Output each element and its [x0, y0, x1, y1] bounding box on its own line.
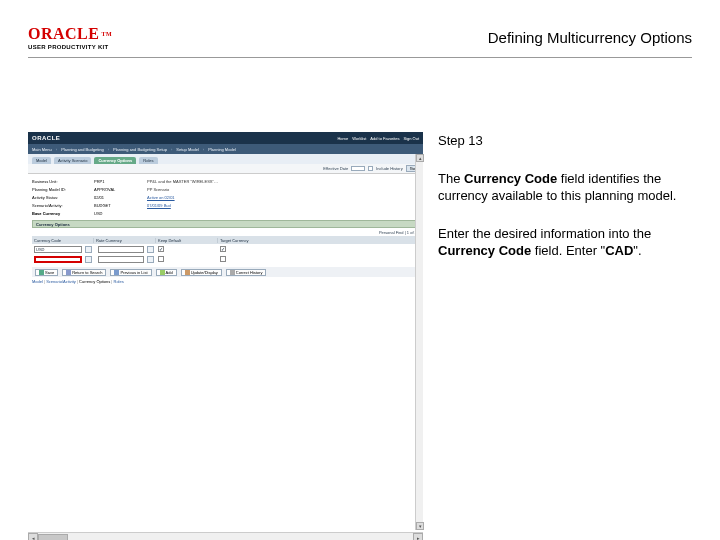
- nav-item[interactable]: Planning and Budgeting Setup: [113, 147, 167, 152]
- nav-item[interactable]: Planning and Budgeting: [61, 147, 103, 152]
- lookup-icon[interactable]: [85, 246, 92, 253]
- page-title: Defining Multicurrency Options: [488, 29, 692, 46]
- include-history-label: Include History: [376, 166, 402, 171]
- scenario-value: BUDGET: [94, 203, 139, 208]
- link-worklist[interactable]: Worklist: [352, 136, 366, 141]
- crumb-roles[interactable]: Roles: [114, 279, 124, 284]
- oracle-logo: ORACLETM: [28, 26, 112, 42]
- add-button[interactable]: Add: [156, 269, 177, 276]
- prev-icon: [114, 270, 119, 275]
- app-screenshot: ORACLE Home Worklist Add to Favorites Si…: [28, 132, 423, 540]
- scenario-link[interactable]: 07/01/09 Bud: [147, 203, 192, 208]
- scroll-up-icon[interactable]: ▴: [416, 154, 424, 162]
- tabs: Model Activity Scenario Currency Options…: [28, 154, 423, 164]
- link-home[interactable]: Home: [337, 136, 348, 141]
- instruction-panel: Step 13 The Currency Code field identifi…: [438, 132, 692, 280]
- currency-grid: Personal Find | 1 of 1 | Currency Code R…: [32, 230, 419, 264]
- upk-label: USER PRODUCTIVITY KIT: [28, 44, 112, 50]
- instruction-paragraph-1: The Currency Code field identifies the c…: [438, 170, 692, 205]
- prev-button[interactable]: Previous in List: [110, 269, 151, 276]
- lookup-icon[interactable]: [147, 246, 154, 253]
- scroll-left-icon[interactable]: ◂: [28, 533, 38, 540]
- basecur-label: Base Currency: [32, 211, 94, 216]
- col-target-currency: Target Currency: [218, 238, 419, 243]
- crumb-currency: Currency Options: [79, 279, 110, 284]
- col-currency-code: Currency Code: [32, 238, 94, 243]
- bu-desc: PP&L and the MASTER "WIRELESS"…: [147, 179, 218, 184]
- correct-button[interactable]: Correct History: [226, 269, 267, 276]
- currency-options-section: Currency Options: [32, 220, 419, 228]
- bottom-breadcrumb: Model | Scenario/Activity | Currency Opt…: [32, 279, 419, 284]
- scroll-right-icon[interactable]: ▸: [413, 533, 423, 540]
- oracle-logo-block: ORACLETM USER PRODUCTIVITY KIT: [28, 26, 112, 50]
- trademark-icon: TM: [101, 31, 112, 37]
- nav-breadcrumb: Main Menu› Planning and Budgeting› Plann…: [28, 144, 423, 154]
- instruction-paragraph-2: Enter the desired information into the C…: [438, 225, 692, 260]
- target-currency-checkbox-2[interactable]: [220, 256, 226, 262]
- link-signout[interactable]: Sign Out: [403, 136, 419, 141]
- filter-row: Effective Date Include History Go: [28, 164, 423, 174]
- tab-model[interactable]: Model: [32, 157, 51, 164]
- model-desc: PP Scenario: [147, 187, 169, 192]
- keep-default-checkbox-2[interactable]: [158, 256, 164, 262]
- scroll-down-icon[interactable]: ▾: [416, 522, 424, 530]
- correct-icon: [230, 270, 235, 275]
- target-currency-checkbox-1[interactable]: [220, 246, 226, 252]
- action-toolbar: Save Return to Search Previous in List A…: [32, 267, 419, 277]
- keep-default-checkbox-1[interactable]: [158, 246, 164, 252]
- return-button[interactable]: Return to Search: [62, 269, 106, 276]
- status-value: 02/01: [94, 195, 139, 200]
- col-keep-default: Keep Default: [156, 238, 218, 243]
- tab-roles[interactable]: Roles: [139, 157, 157, 164]
- save-button[interactable]: Save: [35, 269, 58, 276]
- link-fav[interactable]: Add to Favorites: [370, 136, 399, 141]
- scenario-label: Scenario/Activity:: [32, 203, 94, 208]
- include-history-checkbox[interactable]: [368, 166, 373, 171]
- grid-row: USD: [32, 244, 419, 254]
- col-rate-currency: Rate Currency: [94, 238, 156, 243]
- eff-date-input[interactable]: [351, 166, 365, 171]
- lookup-icon[interactable]: [147, 256, 154, 263]
- model-label: Planning Model ID:: [32, 187, 94, 192]
- page-header: ORACLETM USER PRODUCTIVITY KIT Defining …: [28, 22, 692, 58]
- rate-currency-input-2[interactable]: [98, 256, 144, 263]
- vertical-scrollbar[interactable]: ▴ ▾: [415, 154, 423, 530]
- add-icon: [160, 270, 165, 275]
- crumb-model[interactable]: Model: [32, 279, 43, 284]
- oracle-logo-text: ORACLE: [28, 26, 99, 42]
- eff-date-label: Effective Date: [323, 166, 348, 171]
- basecur-value: USD: [94, 211, 139, 216]
- status-link[interactable]: Active on 02/01: [147, 195, 192, 200]
- rate-currency-value-1[interactable]: [98, 246, 144, 253]
- grid-header: Currency Code Rate Currency Keep Default…: [32, 236, 419, 244]
- return-icon: [66, 270, 71, 275]
- scroll-thumb[interactable]: [38, 534, 68, 540]
- app-titlebar: ORACLE Home Worklist Add to Favorites Si…: [28, 132, 423, 144]
- nav-item[interactable]: Planning Model: [208, 147, 236, 152]
- bu-label: Business Unit:: [32, 179, 94, 184]
- lookup-icon[interactable]: [85, 256, 92, 263]
- app-top-links: Home Worklist Add to Favorites Sign Out: [337, 136, 419, 141]
- bu-value: PRP1: [94, 179, 139, 184]
- update-button[interactable]: Update/Display: [181, 269, 222, 276]
- nav-item[interactable]: Main Menu: [32, 147, 52, 152]
- save-icon: [39, 270, 44, 275]
- form-area: Business Unit:PRP1PP&L and the MASTER "W…: [28, 174, 423, 284]
- currency-code-value-1[interactable]: USD: [34, 246, 82, 253]
- currency-code-input-2[interactable]: [34, 256, 82, 263]
- tab-currency[interactable]: Currency Options: [94, 157, 136, 164]
- nav-item[interactable]: Setup Model: [176, 147, 198, 152]
- crumb-scenario[interactable]: Scenario/Activity: [46, 279, 76, 284]
- step-label: Step 13: [438, 132, 692, 150]
- tab-activity[interactable]: Activity Scenario: [54, 157, 92, 164]
- model-value: APPROVAL: [94, 187, 139, 192]
- horizontal-scrollbar[interactable]: ◂ ▸: [28, 532, 423, 540]
- grid-row: [32, 254, 419, 264]
- status-label: Activity Status:: [32, 195, 94, 200]
- app-brand: ORACLE: [32, 135, 60, 141]
- update-icon: [185, 270, 190, 275]
